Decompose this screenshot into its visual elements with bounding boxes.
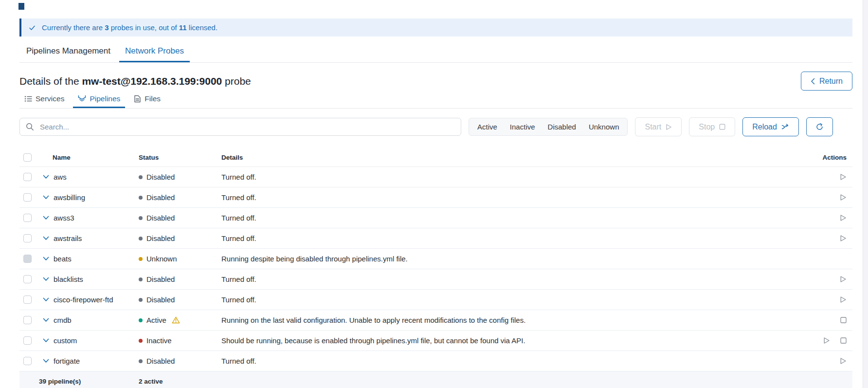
row-checkbox[interactable]	[23, 357, 32, 365]
status-dot	[139, 359, 143, 363]
column-header-name: Name	[41, 154, 139, 161]
main-tabs: Pipelines Management Network Probes	[19, 37, 852, 63]
chevron-down-icon[interactable]	[43, 318, 49, 322]
status-text: Disabled	[146, 357, 175, 365]
warning-icon	[172, 316, 180, 324]
chevron-down-icon[interactable]	[43, 297, 49, 302]
page-scrollbar[interactable]	[863, 0, 868, 388]
status-dot	[139, 277, 143, 281]
start-action-icon[interactable]	[840, 235, 847, 242]
pipeline-count: 39 pipeline(s)	[39, 378, 139, 385]
banner-text: Currently there are 3 probes in use, out…	[42, 23, 217, 32]
column-header-status: Status	[139, 154, 221, 161]
row-checkbox[interactable]	[23, 316, 32, 324]
pipeline-name: aws	[54, 173, 67, 181]
start-button[interactable]: Start	[635, 117, 682, 136]
check-icon	[28, 24, 36, 32]
stop-action-icon[interactable]	[840, 337, 847, 344]
start-action-icon[interactable]	[840, 296, 847, 303]
start-action-icon[interactable]	[823, 337, 830, 344]
shuffle-icon	[781, 124, 789, 130]
pipeline-name: cisco-firepower-ftd	[54, 296, 113, 304]
chevron-down-icon[interactable]	[43, 359, 49, 363]
pipeline-name: awss3	[54, 214, 74, 222]
refresh-button[interactable]	[806, 117, 833, 136]
status-dot	[139, 257, 143, 261]
chevron-left-icon	[811, 78, 815, 85]
filter-unknown[interactable]: Unknown	[589, 123, 619, 131]
row-checkbox[interactable]	[23, 336, 32, 345]
tab-pipelines-management[interactable]: Pipelines Management	[20, 46, 116, 62]
main-content: Currently there are 3 probes in use, out…	[19, 0, 852, 388]
stop-button[interactable]: Stop	[689, 117, 735, 136]
row-checkbox[interactable]	[23, 193, 32, 202]
status-text: Inactive	[146, 336, 172, 345]
select-all-checkbox[interactable]	[23, 153, 32, 162]
list-icon	[24, 95, 32, 103]
licensed-count: 11	[179, 23, 187, 32]
row-checkbox[interactable]	[23, 214, 32, 222]
table-row: customInactiveShould be running, because…	[19, 331, 852, 351]
table-footer: 39 pipeline(s) 2 active	[19, 371, 852, 388]
start-action-icon[interactable]	[840, 194, 847, 201]
filter-inactive[interactable]: Inactive	[510, 123, 535, 131]
chevron-down-icon[interactable]	[43, 236, 49, 240]
status-text: Disabled	[146, 193, 175, 202]
search-input[interactable]	[39, 122, 455, 131]
details-text: Running despite being disabled through p…	[221, 255, 408, 263]
details-text: Turned off.	[221, 193, 256, 202]
status-text: Disabled	[146, 173, 175, 181]
pipeline-name: awsbilling	[54, 193, 85, 202]
row-checkbox[interactable]	[23, 275, 32, 283]
details-text: Running on the last valid configuration.…	[221, 316, 525, 324]
subtab-services[interactable]: Services	[19, 94, 69, 108]
page-title: Details of the mw-test@192.168.3.199:900…	[19, 75, 251, 87]
stop-action-icon[interactable]	[840, 317, 847, 323]
status-dot	[139, 175, 143, 179]
pipeline-name: blacklists	[54, 275, 83, 283]
details-text: Turned off.	[221, 173, 256, 181]
reload-button[interactable]: Reload	[742, 117, 799, 136]
chevron-down-icon[interactable]	[43, 195, 49, 200]
pipelines-table: Name Status Details Actions awsDisabledT…	[19, 148, 852, 388]
pipeline-name: custom	[54, 336, 77, 345]
search-box[interactable]	[19, 118, 461, 136]
start-action-icon[interactable]	[840, 214, 847, 222]
row-checkbox[interactable]	[23, 296, 32, 304]
table-row: awsDisabledTurned off.	[19, 167, 852, 187]
details-text: Should be running, because is enabled th…	[221, 336, 525, 345]
return-button[interactable]: Return	[801, 72, 852, 91]
filter-disabled[interactable]: Disabled	[548, 123, 576, 131]
active-count: 2 active	[139, 378, 163, 385]
chevron-down-icon[interactable]	[43, 277, 49, 281]
chevron-down-icon[interactable]	[43, 175, 49, 179]
status-dot	[139, 298, 143, 302]
file-icon	[134, 95, 141, 103]
pipeline-name: awstrails	[54, 234, 82, 242]
table-row: beatsUnknownRunning despite being disabl…	[19, 249, 852, 269]
tab-network-probes[interactable]: Network Probes	[119, 46, 190, 62]
row-checkbox[interactable]	[23, 234, 32, 242]
pipeline-icon	[78, 95, 86, 103]
subtab-files[interactable]: Files	[129, 94, 165, 108]
chevron-down-icon[interactable]	[43, 257, 49, 261]
chevron-down-icon[interactable]	[43, 338, 49, 343]
start-action-icon[interactable]	[840, 276, 847, 283]
chevron-down-icon[interactable]	[43, 216, 49, 220]
status-text: Unknown	[146, 255, 177, 263]
status-text: Disabled	[146, 296, 175, 304]
status-dot	[139, 216, 143, 220]
toolbar: ActiveInactiveDisabledUnknown Start Stop…	[19, 117, 852, 136]
probes-in-use-count: 3	[105, 23, 108, 32]
pipeline-name: cmdb	[54, 316, 72, 324]
row-checkbox[interactable]	[23, 173, 32, 181]
start-action-icon[interactable]	[840, 357, 847, 365]
filter-active[interactable]: Active	[477, 123, 497, 131]
details-text: Turned off.	[221, 357, 256, 365]
start-action-icon[interactable]	[840, 173, 847, 181]
subtab-pipelines[interactable]: Pipelines	[73, 94, 125, 108]
status-text: Disabled	[146, 214, 175, 222]
column-header-details: Details	[221, 154, 794, 161]
column-header-actions: Actions	[794, 154, 852, 161]
refresh-icon	[816, 123, 823, 130]
